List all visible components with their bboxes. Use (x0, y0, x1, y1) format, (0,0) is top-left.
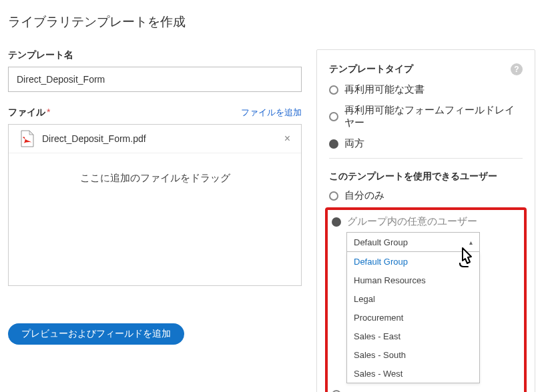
radio-icon (329, 112, 338, 121)
dropdown-option[interactable]: Sales - West (347, 364, 479, 383)
dropdown-list: Default GroupHuman ResourcesLegalProcure… (346, 252, 480, 383)
dropdown-option[interactable]: Sales - East (347, 327, 479, 345)
group-dropdown[interactable]: Default Group ▴ Default GroupHuman Resou… (346, 232, 480, 383)
add-file-link[interactable]: ファイルを追加 (241, 107, 302, 119)
dropdown-option[interactable]: Legal (347, 289, 479, 308)
file-name: Direct_Deposit_Form.pdf (42, 133, 282, 144)
file-list-box: Direct_Deposit_Form.pdf × ここに追加のファイルをドラッ… (8, 124, 302, 286)
radio-icon (329, 85, 338, 95)
remove-file-icon[interactable]: × (282, 133, 293, 145)
radio-label: 再利用可能な文書 (344, 83, 425, 96)
dropdown-selected[interactable]: Default Group ▴ (346, 232, 480, 252)
pdf-icon (19, 130, 34, 147)
template-name-input[interactable] (8, 67, 302, 92)
right-panel: テンプレートタイプ ? 再利用可能な文書 再利用可能なフォームフィールドレイヤー… (316, 49, 535, 392)
dropdown-option[interactable]: Human Resources (347, 271, 479, 289)
help-icon[interactable]: ? (511, 63, 523, 75)
radio-label: 自分のみ (344, 189, 384, 202)
template-type-option-form-layer[interactable]: 再利用可能なフォームフィールドレイヤー (329, 104, 523, 129)
radio-label: 両方 (344, 137, 364, 150)
radio-icon (332, 217, 341, 227)
required-star: * (47, 107, 50, 117)
preview-add-fields-button[interactable]: プレビューおよびフィールドを追加 (8, 323, 184, 345)
template-type-option-reusable-doc[interactable]: 再利用可能な文書 (329, 83, 523, 96)
radio-label: グループ内の任意のユーザー (347, 215, 477, 228)
dropdown-option[interactable]: Sales - South (347, 345, 479, 364)
template-type-heading: テンプレートタイプ (329, 63, 511, 75)
radio-label: 再利用可能なフォームフィールドレイヤー (344, 104, 523, 129)
user-option-group-any[interactable]: グループ内の任意のユーザー (332, 215, 520, 228)
template-type-option-both[interactable]: 両方 (329, 137, 523, 150)
radio-icon (329, 191, 338, 201)
file-drop-area[interactable]: ここに追加のファイルをドラッグ (9, 153, 301, 285)
caret-up-icon: ▴ (469, 239, 473, 246)
dropdown-option[interactable]: Procurement (347, 308, 479, 327)
radio-icon (329, 139, 338, 149)
page-title: ライブラリテンプレートを作成 (8, 13, 546, 31)
divider (329, 158, 523, 159)
user-heading: このテンプレートを使用できるユーザー (329, 171, 523, 183)
highlight-box: グループ内の任意のユーザー Default Group ▴ Default Gr… (325, 207, 527, 392)
file-row: Direct_Deposit_Form.pdf × (9, 125, 301, 153)
dropdown-option[interactable]: Default Group (347, 252, 479, 271)
user-option-self-only[interactable]: 自分のみ (329, 189, 523, 202)
file-label: ファイル* (8, 107, 50, 119)
left-column: テンプレート名 ファイル* ファイルを追加 Direct_Deposit_For… (8, 49, 302, 345)
template-name-label: テンプレート名 (8, 49, 302, 61)
dropdown-selected-label: Default Group (354, 237, 408, 247)
